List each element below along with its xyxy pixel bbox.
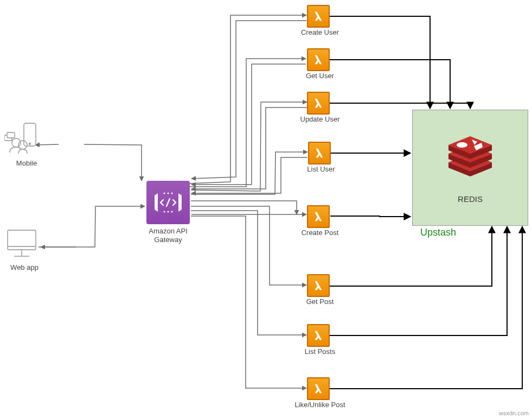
lambda-get-user	[307, 48, 330, 71]
redis-inner-label: REDIS	[413, 194, 528, 204]
lambda-get-post-label: Get Post	[298, 297, 342, 306]
web-app-label: Web app	[8, 263, 41, 271]
lambda-create-post-label: Create Post	[298, 229, 342, 237]
lambda-get-post	[307, 274, 330, 297]
mobile-label: Mobile	[13, 159, 40, 167]
svg-point-16	[457, 142, 467, 148]
svg-point-11	[168, 211, 169, 213]
lambda-update-user	[307, 92, 330, 115]
watermark: wsxdn.com	[499, 410, 529, 416]
lambda-list-user-label: List User	[299, 165, 343, 173]
lambda-list-user	[308, 142, 331, 164]
lambda-get-user-label: Get User	[298, 72, 342, 80]
lambda-create-user-label: Create User	[298, 28, 342, 36]
lambda-list-posts-label: List Posts	[298, 347, 342, 356]
lambda-create-user	[307, 5, 330, 28]
mobile-client-icon	[4, 122, 43, 156]
redis-box: REDIS	[412, 110, 528, 226]
api-gateway-icon	[146, 181, 190, 224]
upstash-label: Upstash	[420, 227, 475, 238]
lambda-update-user-label: Update User	[297, 115, 343, 123]
lambda-like-unlike-post-label: Like/Unlike Post	[291, 401, 349, 409]
lambda-like-unlike-post	[307, 377, 330, 400]
svg-point-15	[171, 211, 173, 213]
svg-rect-5	[7, 132, 15, 138]
api-gateway-label-2: Gateway	[146, 236, 190, 244]
svg-point-1	[29, 143, 31, 145]
svg-point-12	[164, 193, 165, 194]
svg-point-10	[168, 193, 169, 194]
svg-point-14	[164, 211, 165, 213]
api-gateway-label-1: Amazon API	[146, 227, 190, 235]
redis-icon	[440, 126, 500, 182]
svg-point-13	[171, 193, 173, 194]
web-app-icon	[5, 228, 38, 262]
lambda-list-posts	[307, 324, 330, 347]
lambda-create-post	[307, 205, 330, 228]
